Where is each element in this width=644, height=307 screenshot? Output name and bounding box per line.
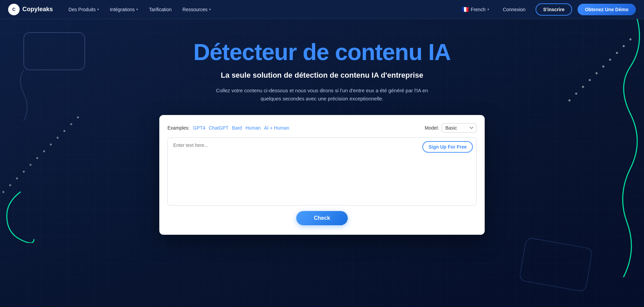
example-bard[interactable]: Bard <box>232 125 242 131</box>
check-button[interactable]: Check <box>296 211 348 225</box>
hero-section: Détecteur de contenu IA La seule solutio… <box>0 19 644 307</box>
demo-button[interactable]: Obtenez Une Démo <box>578 4 636 15</box>
nav-item-produits-label: Des Produits <box>68 7 96 12</box>
signup-for-free-button[interactable]: Sign Up For Free <box>422 141 473 153</box>
example-human[interactable]: Human <box>245 125 261 131</box>
card-top-row: Examples: GPT4 ChatGPT Bard Human AI + H… <box>167 123 477 133</box>
model-row: Model: Basic Advanced Expert <box>425 123 477 133</box>
connexion-button[interactable]: Connexion <box>498 4 530 15</box>
deco-rect-bottom-right <box>519 237 593 292</box>
lang-label: French <box>471 7 486 12</box>
nav-item-tarification-label: Tarification <box>149 7 172 12</box>
navbar-right: 🇫🇷 French ▾ Connexion S'inscrire Obtenez… <box>458 3 636 16</box>
nav-item-ressources[interactable]: Ressources ▾ <box>178 4 216 15</box>
page-title: Détecteur de contenu IA <box>0 39 644 65</box>
textarea-wrapper: Sign Up For Free <box>167 137 477 206</box>
logo[interactable]: C Copyleaks <box>8 4 53 15</box>
logo-icon: C <box>8 4 20 15</box>
lang-chevron-icon: ▾ <box>487 7 489 11</box>
nav-item-tarification[interactable]: Tarification <box>144 4 176 15</box>
chevron-down-icon: ▾ <box>136 7 138 11</box>
sinscrire-button[interactable]: S'inscrire <box>536 3 572 16</box>
chevron-down-icon: ▾ <box>97 7 99 11</box>
example-chatgpt[interactable]: ChatGPT <box>209 125 228 131</box>
example-gpt4[interactable]: GPT4 <box>193 125 205 131</box>
examples-label: Examples: <box>167 125 189 131</box>
logo-text: Copyleaks <box>22 6 53 13</box>
example-ai-human[interactable]: AI + Human <box>264 125 289 131</box>
navbar: C Copyleaks Des Produits ▾ Intégrations … <box>0 0 644 19</box>
hero-content: Détecteur de contenu IA La seule solutio… <box>0 19 644 235</box>
model-select[interactable]: Basic Advanced Expert <box>442 123 477 133</box>
flag-icon: 🇫🇷 <box>461 6 469 13</box>
hero-subtitle: La seule solution de détection de conten… <box>0 71 644 80</box>
nav-item-integrations-label: Intégrations <box>110 7 135 12</box>
logo-abbr: C <box>12 7 15 12</box>
model-label: Model: <box>425 125 439 131</box>
card-bottom: Check <box>167 211 477 225</box>
chevron-down-icon: ▾ <box>209 7 211 11</box>
examples-row: Examples: GPT4 ChatGPT Bard Human AI + H… <box>167 125 289 131</box>
nav-items: Des Produits ▾ Intégrations ▾ Tarificati… <box>64 4 458 15</box>
nav-item-ressources-label: Ressources <box>182 7 207 12</box>
hero-description: Collez votre contenu ci-dessous et nous … <box>207 87 437 103</box>
nav-item-produits[interactable]: Des Produits ▾ <box>64 4 104 15</box>
nav-item-integrations[interactable]: Intégrations ▾ <box>105 4 143 15</box>
language-selector[interactable]: 🇫🇷 French ▾ <box>458 4 493 15</box>
detector-card: Examples: GPT4 ChatGPT Bard Human AI + H… <box>159 115 485 235</box>
